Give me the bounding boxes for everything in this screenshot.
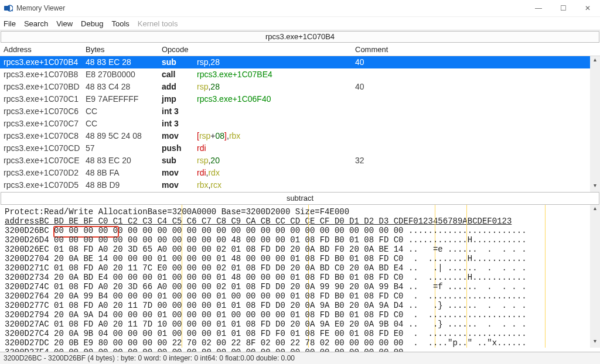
disasm-row[interactable]: rpcs3.exe+1C070B448 83 EC 28subrsp,2840 xyxy=(0,56,600,68)
hex-row[interactable]: 3200D2704 20 0A BE 14 00 00 00 01 00 00 … xyxy=(5,254,595,263)
disasm-bytes: CC xyxy=(86,118,162,129)
disasm-opcode: call xyxy=(162,69,197,80)
disasm-address: rpcs3.exe+1C070B8 xyxy=(4,69,86,80)
hex-rows[interactable]: 3200D26BC 00 00 00 00 00 00 00 00 00 00 … xyxy=(0,226,600,357)
hex-columns-header: address BC BD BE BF C0 C1 C2 C3 C4 C5 C6… xyxy=(0,217,600,226)
disasm-row[interactable]: rpcs3.exe+1C070C848 89 5C 24 08mov[rsp+0… xyxy=(0,130,600,142)
disasm-address: rpcs3.exe+1C070C7 xyxy=(4,118,86,129)
disasm-comment: 40 xyxy=(355,57,364,68)
hex-row[interactable]: 3200D26EC 01 08 FD A0 20 3D 65 A0 00 00 … xyxy=(5,245,595,254)
disasm-title: rpcs3.exe+1C070B4 xyxy=(1,31,599,43)
disasm-bytes: 48 8B D9 xyxy=(86,180,162,191)
disasm-address: rpcs3.exe+1C070C6 xyxy=(4,106,86,117)
minimize-button[interactable]: — xyxy=(526,0,551,16)
status-bar: 3200D26BC - 3200D26BF (4 bytes) : byte: … xyxy=(0,352,600,364)
disasm-row[interactable]: rpcs3.exe+1C070C7CCint 3 xyxy=(0,118,600,130)
disasm-bytes: 57 xyxy=(86,143,162,154)
disasm-bytes: 48 8B FA xyxy=(86,167,162,178)
disasm-opcode: sub xyxy=(162,155,197,166)
menu-debug[interactable]: Debug xyxy=(81,19,103,28)
menu-search[interactable]: Search xyxy=(24,19,48,28)
disasm-row[interactable]: rpcs3.exe+1C070D248 8B FAmovrdi,rdx xyxy=(0,167,600,179)
disasm-bytes: CC xyxy=(86,106,162,117)
disasm-address: rpcs3.exe+1C070D2 xyxy=(4,167,86,178)
disasm-comment: 32 xyxy=(355,155,364,166)
disasm-bytes: E8 270B0000 xyxy=(86,69,162,80)
disasm-operand: rdi,rdx xyxy=(197,167,355,178)
disasm-operand: rsp,20 xyxy=(197,155,355,166)
disasm-bytes: 48 83 EC 20 xyxy=(86,155,162,166)
disasm-row[interactable]: rpcs3.exe+1C070D548 8B D9movrbx,rcx xyxy=(0,179,600,191)
window-controls: — ☐ ✕ xyxy=(526,0,600,16)
disasm-row[interactable]: rpcs3.exe+1C070C6CCint 3 xyxy=(0,105,600,118)
disasm-bytes: 48 83 EC 28 xyxy=(86,57,162,68)
scrollbar-track[interactable] xyxy=(590,215,600,338)
col-address[interactable]: Address xyxy=(4,45,86,54)
disasm-opcode: add xyxy=(162,81,197,92)
close-button[interactable]: ✕ xyxy=(575,0,600,16)
title-bar: Memory Viewer — ☐ ✕ xyxy=(0,0,600,17)
memory-protect-info: Protect:Read/Write AllocationBase=3200A0… xyxy=(0,205,600,217)
hex-view[interactable]: Protect:Read/Write AllocationBase=3200A0… xyxy=(0,205,600,348)
col-bytes[interactable]: Bytes xyxy=(86,45,162,54)
hex-row[interactable]: 3200D26BC 00 00 00 00 00 00 00 00 00 00 … xyxy=(5,226,595,235)
hex-row[interactable]: 3200D2794 20 0A 9A D4 00 00 00 01 00 00 … xyxy=(5,310,595,320)
disasm-operand: rsp,28 xyxy=(197,57,355,68)
disasm-opcode: mov xyxy=(162,167,197,178)
disasm-row[interactable]: rpcs3.exe+1C070CE48 83 EC 20subrsp,2032 xyxy=(0,154,600,167)
menu-file[interactable]: File xyxy=(4,19,16,28)
disasm-address: rpcs3.exe+1C070B4 xyxy=(4,57,86,68)
disasm-operand xyxy=(197,118,355,129)
disasm-row[interactable]: rpcs3.exe+1C070C1E9 7AFEFFFFjmprpcs3.exe… xyxy=(0,93,600,105)
disasm-address: rpcs3.exe+1C070CE xyxy=(4,155,86,166)
hex-scrollbar[interactable]: ▴ ▾ xyxy=(590,205,600,348)
disasm-row[interactable]: rpcs3.exe+1C070B8E8 270B0000callrpcs3.ex… xyxy=(0,68,600,81)
disasm-address: rpcs3.exe+1C070CD xyxy=(4,143,86,154)
menu-view[interactable]: View xyxy=(56,19,73,28)
disasm-bytes: 48 83 C4 28 xyxy=(86,81,162,92)
disasm-opcode: sub xyxy=(162,57,197,68)
scroll-down-icon[interactable]: ▾ xyxy=(590,338,600,348)
disasm-bytes: 48 89 5C 24 08 xyxy=(86,131,162,142)
disasm-opcode: mov xyxy=(162,131,197,142)
disasm-address: rpcs3.exe+1C070BD xyxy=(4,81,86,92)
menu-kernel-tools[interactable]: Kernel tools xyxy=(138,19,178,28)
scroll-down-icon[interactable]: ▾ xyxy=(590,182,600,192)
hex-header-address: address xyxy=(5,217,39,226)
svg-line-2 xyxy=(12,10,13,11)
scroll-up-icon[interactable]: ▴ xyxy=(590,205,600,215)
disasm-address: rpcs3.exe+1C070C8 xyxy=(4,131,86,142)
disassembly-view[interactable]: ▴ ▾ rpcs3.exe+1C070B448 83 EC 28subrsp,2… xyxy=(0,56,600,192)
hex-row[interactable]: 3200D27DC 20 0B E9 80 00 00 00 00 22 70 … xyxy=(5,338,595,348)
scrollbar-track[interactable] xyxy=(590,66,600,182)
hex-row[interactable]: 3200D2764 20 0A 99 B4 00 00 00 01 00 00 … xyxy=(5,291,595,301)
hex-row[interactable]: 3200D27C4 20 0A 9B 04 00 00 00 01 00 00 … xyxy=(5,329,595,338)
disasm-row[interactable]: rpcs3.exe+1C070BD48 83 C4 28addrsp,2840 xyxy=(0,81,600,93)
col-operand-spacer xyxy=(197,45,355,54)
disasm-row[interactable]: rpcs3.exe+1C070CD57pushrdi xyxy=(0,142,600,154)
maximize-button[interactable]: ☐ xyxy=(551,0,575,16)
hex-header-cols: BC BD BE BF C0 C1 C2 C3 C4 C5 C6 C7 C8 C… xyxy=(39,217,512,226)
window-title: Memory Viewer xyxy=(16,4,65,12)
disasm-opcode: int 3 xyxy=(162,106,197,117)
disasm-bytes: E9 7AFEFFFF xyxy=(86,94,162,105)
col-opcode[interactable]: Opcode xyxy=(162,45,197,54)
disasm-opcode: mov xyxy=(162,180,197,191)
disasm-address: rpcs3.exe+1C070C1 xyxy=(4,94,86,105)
hex-row[interactable]: 3200D277C 01 08 FD A0 20 11 7D 00 00 00 … xyxy=(5,301,595,310)
col-comment[interactable]: Comment xyxy=(355,45,388,54)
hex-row[interactable]: 3200D271C 01 08 FD A0 20 11 7C E0 00 00 … xyxy=(5,263,595,273)
hex-row[interactable]: 3200D27AC 01 08 FD A0 20 11 7D 10 00 00 … xyxy=(5,320,595,329)
disasm-scrollbar[interactable]: ▴ ▾ xyxy=(590,56,600,192)
hex-row[interactable]: 3200D26D4 00 00 00 00 00 00 00 00 00 00 … xyxy=(5,235,595,245)
disasm-row[interactable]: rpcs3.exe+1C070D8EB 12jmprpcs3.exe+1C070… xyxy=(0,191,600,192)
disasm-operand xyxy=(197,106,355,117)
app-icon xyxy=(4,4,13,13)
hex-row[interactable]: 3200D2734 20 0A BD E4 00 00 00 01 00 00 … xyxy=(5,273,595,282)
scroll-up-icon[interactable]: ▴ xyxy=(590,56,600,66)
disasm-operand: rdi xyxy=(197,143,355,154)
disasm-operand: rpcs3.exe+1C07BE4 xyxy=(197,69,355,80)
menu-tools[interactable]: Tools xyxy=(111,19,129,28)
disasm-comment: 40 xyxy=(355,81,364,92)
hex-row[interactable]: 3200D274C 01 08 FD A0 20 3D 66 A0 00 00 … xyxy=(5,282,595,291)
